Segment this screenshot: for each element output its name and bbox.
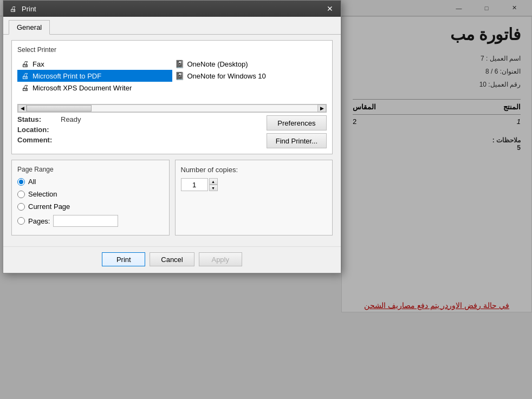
page-range-options: All Selection Current Page Pages:: [17, 178, 164, 227]
copies-spinner: 1 ▲ ▼: [181, 178, 327, 191]
copies-label: Number of copies:: [181, 166, 327, 174]
preferences-button[interactable]: Preferences: [267, 115, 327, 130]
apply-button[interactable]: Apply: [199, 252, 242, 266]
radio-pages-row: Pages:: [17, 215, 164, 227]
status-value: Ready: [61, 115, 81, 123]
radio-selection-input[interactable]: [17, 191, 25, 198]
dialog-titlebar: 🖨 Print ✕: [3, 1, 341, 17]
location-row: Location:: [17, 126, 264, 134]
select-printer-group: Select Printer 🖨 Fax 📓 OneNote (Desktop)…: [11, 40, 333, 154]
radio-all-input[interactable]: [17, 178, 25, 186]
radio-current-page-input[interactable]: [17, 203, 25, 211]
dialog-tabs: General: [3, 17, 341, 35]
pdf-icon: 🖨: [20, 72, 30, 80]
radio-current-page-row[interactable]: Current Page: [17, 202, 164, 211]
spinner-up-button[interactable]: ▲: [209, 178, 218, 185]
comment-label: Comment:: [17, 136, 61, 144]
print-icon: 🖨: [9, 4, 17, 13]
onenote-desktop-icon: 📓: [175, 60, 185, 68]
radio-pages-input[interactable]: [17, 217, 25, 225]
radio-selection-row[interactable]: Selection: [17, 190, 164, 198]
spinner-buttons: ▲ ▼: [209, 178, 218, 191]
scroll-thumb[interactable]: [27, 105, 92, 112]
page-range-area: Page Range All Selection Current Page: [11, 160, 333, 236]
pages-text-input[interactable]: [53, 215, 118, 227]
print-button[interactable]: Print: [102, 252, 145, 266]
status-buttons: Preferences Find Printer...: [267, 115, 327, 148]
xps-label: Microsoft XPS Document Writer: [33, 84, 132, 92]
onenote-win10-label: OneNote for Windows 10: [187, 72, 266, 80]
select-printer-label: Select Printer: [17, 46, 327, 54]
dialog-footer: Print Cancel Apply: [3, 246, 341, 273]
fax-label: Fax: [33, 60, 44, 68]
status-row: Status: Ready: [17, 115, 264, 123]
printer-scrollbar[interactable]: ◀ ▶: [17, 104, 327, 113]
status-area: Status: Ready Location: Comment: Prefere…: [17, 115, 327, 148]
copies-input[interactable]: 1: [181, 178, 208, 191]
printer-onenote-desktop[interactable]: 📓 OneNote (Desktop): [172, 58, 327, 70]
scroll-right-button[interactable]: ▶: [317, 104, 326, 112]
dialog-title: Print: [22, 5, 325, 13]
printer-xps[interactable]: 🖨 Microsoft XPS Document Writer: [17, 82, 172, 94]
onenote-desktop-label: OneNote (Desktop): [187, 60, 248, 68]
status-label: Status:: [17, 115, 61, 123]
onenote-win10-icon: 📓: [175, 72, 185, 80]
spinner-down-button[interactable]: ▼: [209, 185, 218, 191]
radio-pages-label: Pages:: [28, 217, 50, 225]
comment-row: Comment:: [17, 136, 264, 144]
fax-icon: 🖨: [20, 60, 30, 68]
scroll-left-button[interactable]: ◀: [18, 104, 27, 112]
dialog-body: Select Printer 🖨 Fax 📓 OneNote (Desktop)…: [3, 35, 341, 246]
print-dialog: 🖨 Print ✕ General Select Printer 🖨 Fax 📓…: [3, 0, 341, 273]
page-range-box: Page Range All Selection Current Page: [11, 160, 170, 236]
cancel-button[interactable]: Cancel: [150, 252, 194, 266]
scroll-track: [27, 104, 317, 112]
printer-list: 🖨 Fax 📓 OneNote (Desktop) 🖨 Microsoft Pr…: [17, 58, 327, 101]
copies-box: Number of copies: 1 ▲ ▼: [175, 160, 333, 236]
location-label: Location:: [17, 126, 61, 134]
xps-icon: 🖨: [20, 84, 30, 91]
page-range-label: Page Range: [17, 166, 164, 173]
printer-grid: 🖨 Fax 📓 OneNote (Desktop) 🖨 Microsoft Pr…: [17, 58, 327, 94]
printer-pdf[interactable]: 🖨 Microsoft Print to PDF: [17, 70, 172, 82]
pdf-label: Microsoft Print to PDF: [33, 72, 101, 80]
printer-fax[interactable]: 🖨 Fax: [17, 58, 172, 70]
radio-selection-label: Selection: [28, 190, 57, 198]
status-info: Status: Ready Location: Comment:: [17, 115, 264, 148]
find-printer-button[interactable]: Find Printer...: [267, 133, 327, 148]
radio-all-label: All: [28, 178, 36, 186]
printer-onenote-win10[interactable]: 📓 OneNote for Windows 10: [172, 70, 327, 82]
tab-general[interactable]: General: [9, 20, 50, 35]
radio-all-row[interactable]: All: [17, 178, 164, 186]
radio-current-page-label: Current Page: [28, 202, 70, 211]
dialog-close-button[interactable]: ✕: [325, 3, 335, 14]
